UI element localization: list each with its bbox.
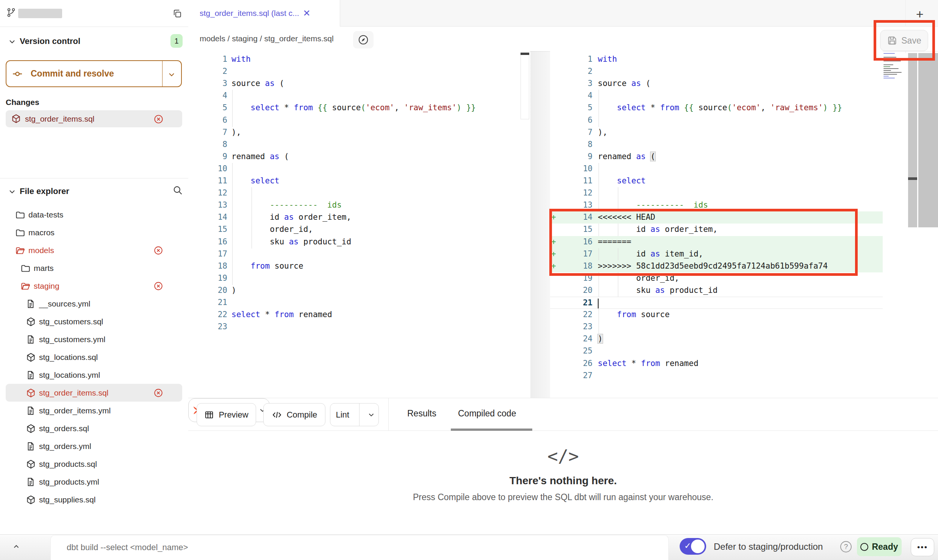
code-line-5[interactable]: 5 select * from {{ source('ecom', 'raw_i… <box>550 102 883 114</box>
right-editor-scrollbar[interactable] <box>908 53 917 227</box>
code-line-4[interactable]: 4 <box>550 90 883 102</box>
window-scrollbar[interactable] <box>918 53 938 227</box>
code-line-17[interactable]: 17 <box>188 248 521 260</box>
code-line-24[interactable]: 24) <box>550 333 883 345</box>
code-line-16[interactable]: 16 sku as product_id <box>188 236 521 248</box>
command-input[interactable] <box>66 535 634 560</box>
file-tree-item-stg-locations-yml[interactable]: stg_locations.yml <box>6 366 182 384</box>
code-line-13[interactable]: 13 ---------- ids <box>550 199 883 211</box>
code-line-14[interactable]: +14<<<<<<< HEAD <box>550 211 883 224</box>
copy-icon[interactable] <box>172 8 183 19</box>
code-line-4[interactable]: 4 <box>188 90 521 102</box>
file-tree-item-stg-customers-sql[interactable]: stg_customers.sql <box>6 313 182 330</box>
discard-change-icon[interactable] <box>153 281 163 291</box>
search-icon[interactable] <box>172 185 183 196</box>
code-line-13[interactable]: 13 ---------- ids <box>188 199 521 211</box>
chevron-up-icon[interactable] <box>11 542 22 552</box>
code-line-9[interactable]: 9renamed as ( <box>550 151 883 163</box>
code-line-6[interactable]: 6 <box>550 114 883 127</box>
code-line-1[interactable]: 1with <box>550 53 883 66</box>
code-line-5[interactable]: 5 select * from {{ source('ecom', 'raw_i… <box>188 102 521 114</box>
file-tree-item-stg-customers-yml[interactable]: stg_customers.yml <box>6 330 182 348</box>
file-tree-item-stg-locations-sql[interactable]: stg_locations.sql <box>6 348 182 366</box>
file-tree-item-marts[interactable]: marts <box>6 259 182 277</box>
code-line-23[interactable]: 23 <box>550 321 883 333</box>
editor-pane-current[interactable]: 1with23source as (45 select * from {{ so… <box>550 51 883 398</box>
tab-stg-order-items[interactable]: stg_order_items.sql (last c... ✕ <box>188 0 340 27</box>
code-line-7[interactable]: 7), <box>550 127 883 139</box>
code-line-25[interactable]: 25 <box>550 345 883 357</box>
code-line-6[interactable]: 6 <box>188 114 521 127</box>
code-line-2[interactable]: 2 <box>550 66 883 78</box>
code-line-26[interactable]: 26select * from renamed <box>550 358 883 370</box>
left-editor-scrollbar[interactable] <box>521 52 529 119</box>
code-line-11[interactable]: 11 select <box>550 175 883 187</box>
file-tree-item-stg-orders-sql[interactable]: stg_orders.sql <box>6 419 182 437</box>
tab-results[interactable]: Results <box>407 408 436 419</box>
code-line-15[interactable]: 15 order_id, <box>188 224 521 236</box>
file-tree-item-staging[interactable]: staging <box>6 277 182 295</box>
code-line-20[interactable]: 20) <box>188 285 521 297</box>
code-line-3[interactable]: 3source as ( <box>188 78 521 90</box>
chevron-down-icon[interactable] <box>8 187 17 196</box>
code-line-10[interactable]: 10 <box>550 163 883 175</box>
code-line-3[interactable]: 3source as ( <box>550 78 883 90</box>
code-line-14[interactable]: 14 id as order_item, <box>188 211 521 224</box>
left-editor-scroll-thumb[interactable] <box>521 53 529 55</box>
chevron-down-icon[interactable] <box>167 70 176 79</box>
discard-change-icon[interactable] <box>153 114 164 124</box>
defer-toggle[interactable]: ✓ <box>680 538 706 555</box>
code-line-8[interactable]: 8 <box>550 139 883 151</box>
commit-and-resolve-button[interactable]: Commit and resolve <box>6 60 182 87</box>
code-line-21[interactable]: 21 <box>188 297 521 309</box>
code-line-21[interactable]: 21 <box>550 297 883 309</box>
more-options-button[interactable]: ••• <box>911 538 934 556</box>
lint-button[interactable]: Lint <box>330 403 379 426</box>
code-line-12[interactable]: 12 <box>550 187 883 199</box>
code-line-19[interactable]: 19 <box>188 272 521 285</box>
tab-compiled-code[interactable]: Compiled code <box>458 408 516 419</box>
save-button[interactable]: Save <box>880 30 928 51</box>
changed-file-row[interactable]: stg_order_items.sql <box>6 110 182 127</box>
code-line-11[interactable]: 11 select <box>188 175 521 187</box>
code-line-27[interactable]: 27 <box>550 370 883 382</box>
right-editor-scroll-handle[interactable] <box>908 177 917 180</box>
preview-button[interactable]: Preview <box>197 403 256 426</box>
code-line-16[interactable]: +16======= <box>550 236 883 248</box>
code-line-1[interactable]: 1with <box>188 53 521 66</box>
code-line-15[interactable]: 15 id as order_item, <box>550 224 883 236</box>
code-line-22[interactable]: 22select * from renamed <box>188 309 521 321</box>
chevron-down-icon[interactable] <box>364 411 378 419</box>
help-icon[interactable]: ? <box>840 541 852 552</box>
code-line-23[interactable]: 23 <box>188 321 521 333</box>
code-line-10[interactable]: 10 <box>188 163 521 175</box>
code-line-22[interactable]: 22 from source <box>550 309 883 321</box>
code-line-18[interactable]: 18 from source <box>188 260 521 272</box>
file-tree-item-stg-supplies-sql[interactable]: stg_supplies.sql <box>6 491 182 508</box>
file-tree-item-stg-orders-yml[interactable]: stg_orders.yml <box>6 437 182 455</box>
editor-pane-original[interactable]: 1with23source as (45 select * from {{ so… <box>188 51 521 398</box>
code-line-9[interactable]: 9renamed as ( <box>188 151 521 163</box>
discard-change-icon[interactable] <box>153 246 163 255</box>
code-line-20[interactable]: 20 sku as product_id <box>550 285 883 297</box>
file-tree-item-data-tests[interactable]: data-tests <box>6 206 182 224</box>
code-line-8[interactable]: 8 <box>188 139 521 151</box>
code-line-19[interactable]: 19 order_id, <box>550 272 883 285</box>
file-tree-item-stg-products-yml[interactable]: stg_products.yml <box>6 473 182 491</box>
code-line-12[interactable]: 12 <box>188 187 521 199</box>
chevron-down-icon[interactable] <box>8 37 17 46</box>
lineage-button[interactable] <box>353 31 374 48</box>
file-tree-item-stg-products-sql[interactable]: stg_products.sql <box>6 455 182 473</box>
file-tree-item-stg-order-items-yml[interactable]: stg_order_items.yml <box>6 402 182 419</box>
file-tree-item-stg-order-items-sql[interactable]: stg_order_items.sql <box>6 384 182 402</box>
file-tree-item-macros[interactable]: macros <box>6 224 182 241</box>
code-line-17[interactable]: +17 id as item_id, <box>550 248 883 260</box>
file-tree-item--sources-yml[interactable]: __sources.yml <box>6 295 182 313</box>
minimap[interactable] <box>883 53 903 98</box>
code-line-18[interactable]: +18>>>>>>> 58c1dd23d5eebd9cd2495fa7124ab… <box>550 260 883 272</box>
status-badge-ready[interactable]: Ready <box>857 537 902 556</box>
code-line-2[interactable]: 2 <box>188 66 521 78</box>
discard-change-icon[interactable] <box>153 388 163 398</box>
new-tab-button[interactable]: + <box>916 7 924 22</box>
file-tree-item-models[interactable]: models <box>6 241 182 259</box>
